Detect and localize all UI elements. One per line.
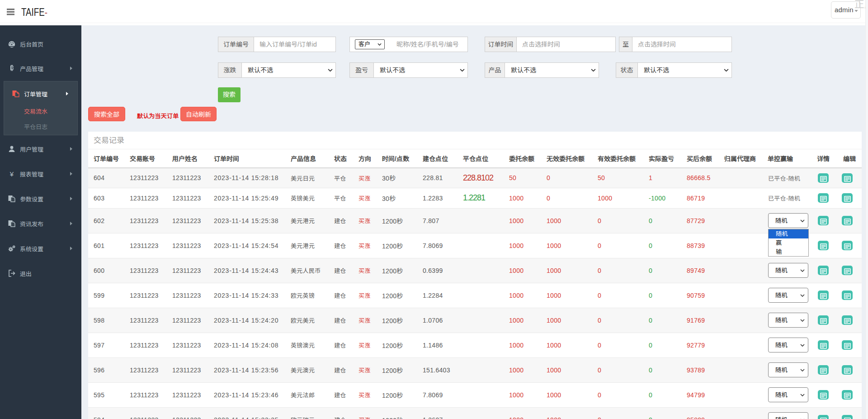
svg-text:¥: ¥	[9, 170, 14, 178]
